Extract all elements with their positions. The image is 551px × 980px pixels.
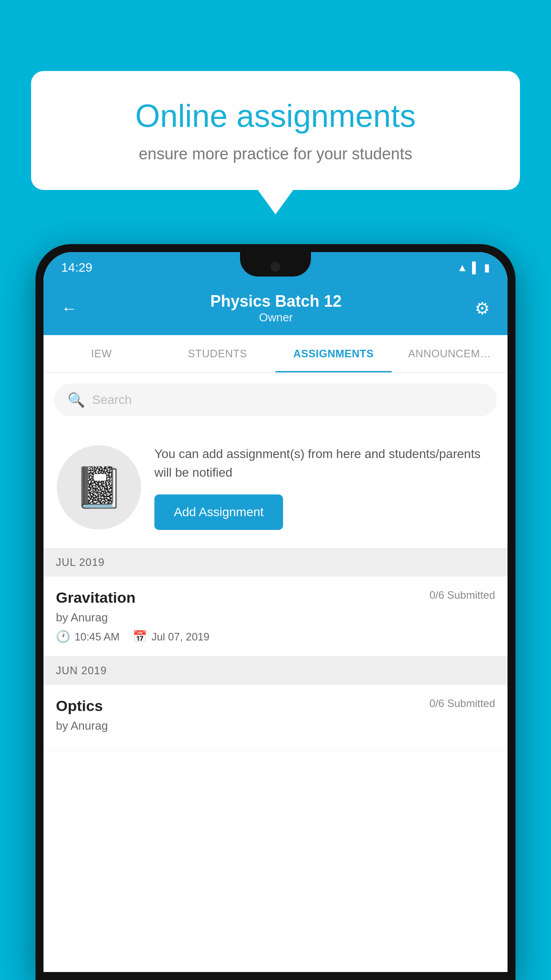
promo-text-area: You can add assignment(s) from here and … (154, 445, 494, 530)
status-time: 14:29 (61, 261, 92, 275)
assignment-submitted-optics: 0/6 Submitted (429, 697, 495, 710)
header-title: Physics Batch 12 (77, 292, 475, 311)
section-header-jul: JUL 2019 (43, 548, 508, 577)
assignment-title-gravitation: Gravitation (56, 589, 135, 606)
phone-inner: 14:29 ▲ ▌ ▮ ← Physics Batch 12 Owner ⚙ I… (43, 252, 508, 972)
section-header-jun: JUN 2019 (43, 656, 508, 685)
assignment-date: 📅 Jul 07, 2019 (133, 630, 209, 644)
notebook-icon: 📓 (74, 464, 124, 511)
content-area: 🔍 Search 📓 You can add assignment(s) fro… (43, 373, 508, 972)
signal-icon: ▌ (472, 261, 480, 274)
search-icon: 🔍 (67, 391, 85, 408)
status-bar: 14:29 ▲ ▌ ▮ (43, 252, 508, 283)
speech-bubble: Online assignments ensure more practice … (31, 71, 520, 190)
wifi-icon: ▲ (457, 261, 468, 274)
speech-bubble-container: Online assignments ensure more practice … (31, 71, 520, 214)
assignment-author-optics: by Anurag (56, 719, 495, 733)
assignment-time: 🕐 10:45 AM (56, 630, 119, 644)
speech-bubble-subtitle: ensure more practice for your students (67, 145, 484, 163)
notch (240, 252, 311, 277)
assignment-item-gravitation[interactable]: Gravitation 0/6 Submitted by Anurag 🕐 10… (43, 577, 508, 656)
speech-bubble-arrow (258, 190, 293, 214)
tabs: IEW STUDENTS ASSIGNMENTS ANNOUNCEM… (43, 335, 508, 373)
assignment-item-top-optics: Optics 0/6 Submitted (56, 697, 495, 715)
calendar-icon: 📅 (133, 630, 147, 644)
gear-icon[interactable]: ⚙ (475, 299, 490, 318)
camera-dot (271, 262, 280, 272)
assignment-time-value: 10:45 AM (75, 631, 119, 643)
status-icons: ▲ ▌ ▮ (457, 261, 490, 274)
tab-assignments[interactable]: ASSIGNMENTS (276, 335, 392, 372)
battery-icon: ▮ (484, 261, 490, 274)
tab-iew[interactable]: IEW (43, 335, 160, 372)
search-input[interactable]: Search (92, 393, 132, 407)
back-button[interactable]: ← (61, 299, 77, 318)
assignment-author-gravitation: by Anurag (56, 611, 495, 624)
app-header: ← Physics Batch 12 Owner ⚙ (43, 283, 508, 335)
tab-announcements[interactable]: ANNOUNCEM… (392, 335, 508, 372)
speech-bubble-title: Online assignments (67, 98, 484, 134)
promo-section: 📓 You can add assignment(s) from here an… (43, 427, 508, 548)
header-subtitle: Owner (77, 311, 475, 324)
add-assignment-button[interactable]: Add Assignment (154, 494, 283, 530)
assignment-icon-circle: 📓 (57, 445, 141, 530)
clock-icon: 🕐 (56, 630, 70, 644)
assignment-item-optics[interactable]: Optics 0/6 Submitted by Anurag (43, 685, 508, 751)
assignment-item-top: Gravitation 0/6 Submitted (56, 589, 495, 606)
header-center: Physics Batch 12 Owner (77, 292, 475, 324)
assignment-title-optics: Optics (56, 697, 103, 715)
phone-frame: 14:29 ▲ ▌ ▮ ← Physics Batch 12 Owner ⚙ I… (35, 244, 516, 980)
assignment-date-value: Jul 07, 2019 (151, 631, 209, 643)
assignment-submitted-gravitation: 0/6 Submitted (429, 589, 495, 601)
tab-students[interactable]: STUDENTS (160, 335, 276, 372)
search-bar[interactable]: 🔍 Search (54, 383, 497, 416)
search-container: 🔍 Search (43, 373, 508, 427)
assignment-meta-gravitation: 🕐 10:45 AM 📅 Jul 07, 2019 (56, 630, 495, 644)
promo-description: You can add assignment(s) from here and … (154, 445, 494, 482)
